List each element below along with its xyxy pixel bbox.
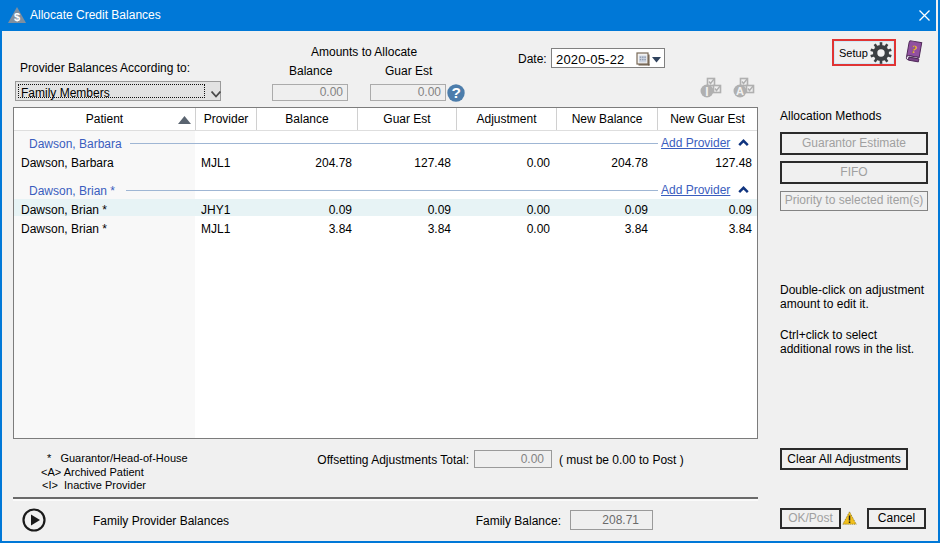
svg-text:I: I [705, 85, 708, 99]
svg-text:?: ? [451, 84, 460, 101]
svg-text:$: $ [14, 11, 20, 23]
svg-text:A: A [736, 85, 744, 97]
